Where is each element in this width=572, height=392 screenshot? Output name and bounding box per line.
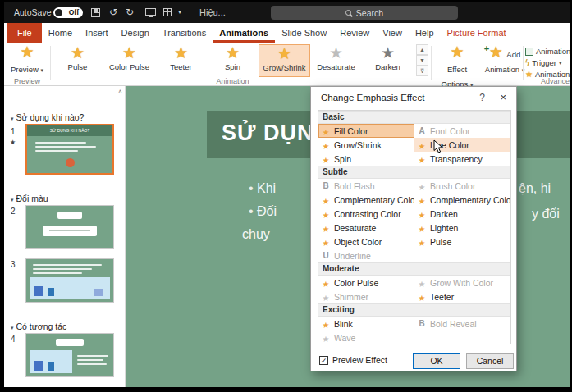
quick-access-chevron-icon[interactable]: ▾: [178, 2, 181, 23]
animation-grow-shrink[interactable]: ★Grow/Shrink: [259, 44, 310, 77]
effect-spin[interactable]: Spin: [318, 152, 414, 166]
effect-desaturate[interactable]: Desaturate: [318, 221, 414, 235]
effect-bold-reveal[interactable]: BBold Reveal: [414, 317, 510, 330]
save-icon[interactable]: [91, 8, 100, 17]
star-icon: [321, 330, 331, 344]
effect-contrasting-color[interactable]: Contrasting Color: [318, 207, 414, 221]
effect-underline[interactable]: UUnderline: [318, 248, 414, 262]
animation-spin[interactable]: ★Spin: [207, 44, 259, 77]
effect-brush-color[interactable]: Brush Color: [414, 179, 510, 193]
preview-button[interactable]: ★ Preview ▾: [7, 44, 47, 77]
effect-line-color[interactable]: Line Color: [414, 138, 510, 152]
tab-transitions[interactable]: Transitions: [156, 23, 213, 43]
tab-design[interactable]: Design: [115, 23, 156, 43]
tab-animations[interactable]: Animations: [213, 23, 275, 43]
effect-list: Basic Fill Color AFont Color Grow/Shrink…: [318, 110, 511, 344]
star-icon: ★: [310, 45, 362, 62]
animation-color-pulse[interactable]: ★Color Pulse: [103, 44, 155, 77]
search-box[interactable]: Search: [271, 6, 458, 20]
effect-color-pulse[interactable]: Color Pulse: [318, 276, 414, 289]
help-button[interactable]: ?: [479, 92, 485, 103]
effect-blink[interactable]: Blink: [318, 317, 414, 330]
search-icon: [345, 10, 351, 16]
slide-thumbnail-1[interactable]: SỬ DỤNG KHI NÀO?: [25, 124, 114, 175]
slide-thumbnail-4[interactable]: [25, 333, 114, 377]
star-icon: [321, 138, 331, 152]
tab-home[interactable]: Home: [42, 23, 79, 43]
animation-pane-button[interactable]: Animation: [525, 46, 570, 57]
add-animation-star-icon: ★: [489, 44, 503, 61]
animation-pulse[interactable]: ★Pulse: [52, 44, 103, 77]
tab-file[interactable]: File: [7, 23, 42, 43]
cancel-button[interactable]: Cancel: [466, 353, 514, 369]
preview-effect-checkbox[interactable]: ✓ Preview Effect: [319, 355, 387, 365]
effect-lighten[interactable]: Lighten: [414, 221, 510, 235]
star-icon: [321, 289, 331, 303]
gallery-scroll-up-icon[interactable]: ▲: [416, 44, 428, 55]
slideshow-icon[interactable]: [145, 8, 156, 16]
section-header-2[interactable]: ▾Đổi màu: [11, 194, 48, 203]
slide-number-3: 3: [11, 260, 16, 269]
tab-insert[interactable]: Insert: [79, 23, 115, 43]
tab-view[interactable]: View: [376, 23, 409, 43]
gallery-more-icon[interactable]: ⊽: [416, 66, 428, 76]
thumb-text-line: [77, 363, 107, 365]
effect-shimmer[interactable]: Shimmer: [318, 289, 414, 303]
grid-view-icon[interactable]: [163, 8, 172, 16]
effect-complementary-color[interactable]: Complementary Color: [318, 193, 414, 207]
effect-transparency[interactable]: Transparency: [414, 152, 510, 166]
bullet-text-fragment[interactable]: y đổi: [532, 207, 560, 221]
section-header-3[interactable]: ▾Có tương tác: [11, 321, 66, 331]
thumb-orange-ball: [66, 158, 75, 167]
trigger-button[interactable]: ϟTrigger▾: [525, 57, 562, 68]
effect-grow-shrink[interactable]: Grow/Shrink: [318, 138, 414, 152]
effect-fill-color[interactable]: Fill Color: [318, 124, 414, 138]
effect-bold-flash[interactable]: BBold Flash: [318, 179, 414, 193]
thumb-text-line: [33, 272, 82, 274]
bullet-text-fragment[interactable]: Đối: [249, 204, 277, 219]
thumbnail-panel: ˄ ▾Sử dụng khi nào? 1 ★ SỬ DỤNG KHI NÀO?…: [4, 86, 126, 387]
star-icon: ★: [259, 46, 309, 62]
dialog-title: Change Emphasis Effect: [321, 93, 424, 103]
redo-icon[interactable]: ↻: [126, 2, 134, 23]
thumbnails-scroll-up-icon[interactable]: ˄: [118, 88, 122, 96]
ok-button[interactable]: OK: [413, 353, 460, 369]
effect-options-button[interactable]: ★ Effect Options ▾: [434, 44, 480, 90]
tab-help[interactable]: Help: [409, 23, 441, 43]
animation-pane-icon: [525, 48, 533, 56]
effect-grow-with-color[interactable]: Grow With Color: [414, 276, 510, 289]
star-icon: [321, 207, 331, 221]
bullet-text-fragment[interactable]: chuy: [242, 227, 270, 242]
effect-darken[interactable]: Darken: [414, 207, 510, 221]
section-header-1[interactable]: ▾Sử dụng khi nào?: [11, 112, 84, 122]
effect-complementary-color-2[interactable]: Complementary Color 2: [414, 193, 510, 207]
slide-thumbnail-2[interactable]: [25, 205, 114, 249]
effect-pulse[interactable]: Pulse: [414, 235, 510, 248]
search-label: Search: [356, 8, 383, 18]
animation-teeter[interactable]: ★Teeter: [155, 44, 207, 77]
animation-darken[interactable]: ★Darken: [362, 44, 414, 77]
effect-wave[interactable]: Wave: [318, 330, 414, 344]
lightning-icon: ϟ: [525, 58, 529, 67]
autosave-state: Off: [69, 8, 79, 17]
star-icon: [321, 221, 331, 235]
bullet-text-fragment[interactable]: ện, hi: [519, 181, 551, 196]
effect-object-color[interactable]: Object Color: [318, 235, 414, 248]
add-animation-button[interactable]: ★+ Add Animation ▾: [482, 44, 528, 75]
bullet-text-fragment[interactable]: Khi: [249, 181, 276, 196]
slide-thumbnail-3[interactable]: [25, 258, 114, 303]
tab-picture-format[interactable]: Picture Format: [441, 23, 513, 43]
thumb-text-line: [35, 150, 78, 152]
group-separator: [431, 46, 432, 80]
star-icon: [321, 317, 331, 330]
tab-review[interactable]: Review: [333, 23, 376, 43]
tab-slide-show[interactable]: Slide Show: [275, 23, 333, 43]
effect-teeter[interactable]: Teeter: [414, 289, 510, 303]
animation-desaturate[interactable]: ★Desaturate: [310, 44, 362, 77]
preview-group-label: Preview: [7, 77, 47, 85]
autosave-toggle[interactable]: Off: [53, 7, 83, 18]
effect-font-color[interactable]: AFont Color: [414, 124, 510, 138]
close-icon[interactable]: ×: [500, 91, 506, 103]
gallery-scroll-down-icon[interactable]: ▼: [416, 55, 428, 66]
undo-icon[interactable]: ↺: [109, 2, 117, 23]
